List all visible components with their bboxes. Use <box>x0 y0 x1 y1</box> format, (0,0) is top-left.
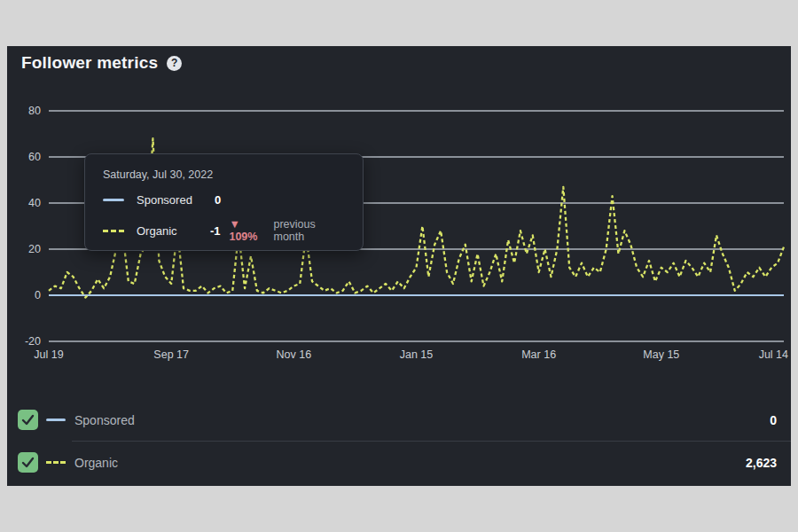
y-tick-label--20: -20 <box>25 335 41 348</box>
tooltip-date: Saturday, Jul 30, 2022 <box>103 168 345 181</box>
tooltip-organic-value: -1 <box>210 224 221 238</box>
y-tick-label-0: 0 <box>35 289 41 301</box>
help-icon[interactable]: ? <box>167 56 182 71</box>
x-tick-label-jul-19: Jul 19 <box>34 348 63 361</box>
delta-down-badge: ▼ 109% <box>229 218 269 243</box>
x-tick-label-jan-15: Jan 15 <box>400 348 434 361</box>
y-tick-label-40: 40 <box>28 197 41 209</box>
organic-line-swatch <box>103 230 124 232</box>
checkmark-icon <box>18 410 38 430</box>
checkmark-icon <box>18 452 38 473</box>
y-tick-label-20: 20 <box>28 243 41 255</box>
legend-label-organic: Organic <box>74 456 118 470</box>
follower-metrics-card: Follower metrics ? 806040200-20Jul 19Sep… <box>7 46 791 486</box>
y-tick-label-80: 80 <box>28 105 41 117</box>
x-tick-label-jul-14: Jul 14 <box>759 348 788 361</box>
organic-legend-swatch <box>46 461 66 464</box>
chart-tooltip: Saturday, Jul 30, 2022 Sponsored 0 Organ… <box>84 153 364 251</box>
sponsored-legend-swatch <box>46 419 66 421</box>
legend-total-organic: 2,623 <box>746 456 777 470</box>
legend-row-sponsored: Sponsored 0 <box>7 399 791 441</box>
legend-label-sponsored: Sponsored <box>74 413 135 427</box>
legend: Sponsored 0 Organic 2,623 <box>7 399 791 483</box>
x-tick-label-may-15: May 15 <box>643 348 679 361</box>
tooltip-sponsored-value: 0 <box>215 193 221 207</box>
organic-checkbox[interactable] <box>18 452 38 473</box>
page-title: Follower metrics <box>21 53 158 73</box>
y-tick-label-60: 60 <box>28 151 41 163</box>
tooltip-sponsored-label: Sponsored <box>137 193 215 207</box>
legend-total-sponsored: 0 <box>770 413 777 427</box>
x-tick-label-mar-16: Mar 16 <box>521 348 556 361</box>
tooltip-organic-label: Organic <box>137 224 210 238</box>
sponsored-line-swatch <box>103 199 124 201</box>
x-tick-label-nov-16: Nov 16 <box>277 348 312 361</box>
tooltip-row-sponsored: Sponsored 0 <box>103 193 345 207</box>
tooltip-row-organic: Organic -1 ▼ 109% previous month <box>103 218 345 243</box>
sponsored-checkbox[interactable] <box>18 410 38 430</box>
x-tick-label-sep-17: Sep 17 <box>153 348 189 361</box>
delta-suffix: previous month <box>274 218 346 243</box>
legend-row-organic: Organic 2,623 <box>7 442 791 483</box>
card-header: Follower metrics ? <box>21 53 182 73</box>
